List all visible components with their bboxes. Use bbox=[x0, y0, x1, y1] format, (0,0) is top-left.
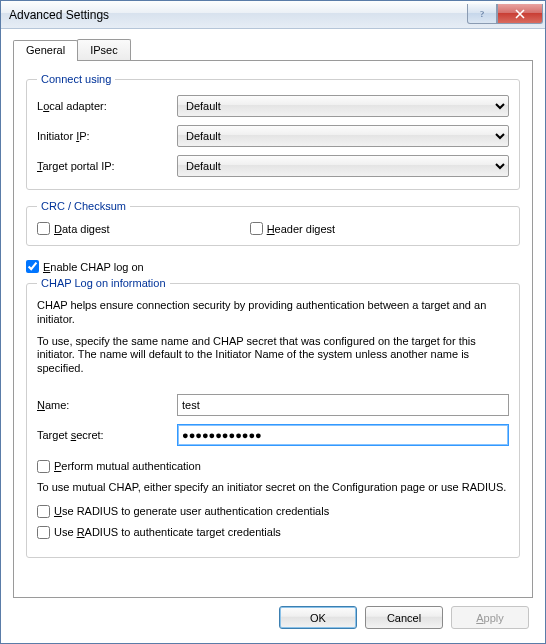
radius-generate-text: Use RADIUS to generate user authenticati… bbox=[54, 505, 329, 517]
initiator-ip-label: Initiator IP: bbox=[37, 130, 177, 142]
group-chap-info-legend: CHAP Log on information bbox=[37, 277, 170, 289]
group-connect-using: Connect using Local adapter: Default Ini… bbox=[26, 73, 520, 190]
mutual-auth-checkbox-label[interactable]: Perform mutual authentication bbox=[37, 460, 201, 473]
radius-auth-checkbox-label[interactable]: Use RADIUS to authenticate target creden… bbox=[37, 526, 281, 539]
apply-button[interactable]: Apply bbox=[451, 606, 529, 629]
chap-secret-label: Target secret: bbox=[37, 429, 177, 441]
radius-generate-checkbox-label[interactable]: Use RADIUS to generate user authenticati… bbox=[37, 505, 329, 518]
local-adapter-label: Local adapter: bbox=[37, 100, 177, 112]
group-crc-legend: CRC / Checksum bbox=[37, 200, 130, 212]
data-digest-checkbox-label[interactable]: Data digest bbox=[37, 222, 110, 235]
group-connect-using-legend: Connect using bbox=[37, 73, 115, 85]
button-bar: OK Cancel Apply bbox=[13, 598, 533, 633]
initiator-ip-select[interactable]: Default bbox=[177, 125, 509, 147]
close-button[interactable] bbox=[497, 4, 543, 24]
tabpage-general: Connect using Local adapter: Default Ini… bbox=[13, 60, 533, 598]
enable-chap-checkbox-label[interactable]: Enable CHAP log on bbox=[26, 260, 144, 273]
group-crc: CRC / Checksum Data digest Header digest bbox=[26, 200, 520, 246]
mutual-auth-info: To use mutual CHAP, either specify an in… bbox=[37, 481, 509, 495]
client-area: General IPsec Connect using Local adapte… bbox=[1, 29, 545, 643]
radius-auth-checkbox[interactable] bbox=[37, 526, 50, 539]
chap-name-input[interactable] bbox=[177, 394, 509, 416]
help-icon: ? bbox=[476, 8, 488, 20]
enable-chap-checkbox[interactable] bbox=[26, 260, 39, 273]
chap-name-label: Name: bbox=[37, 399, 177, 411]
data-digest-text: Data digest bbox=[54, 223, 110, 235]
header-digest-checkbox-label[interactable]: Header digest bbox=[250, 222, 336, 235]
chap-info-1: CHAP helps ensure connection security by… bbox=[37, 299, 509, 327]
titlebar: Advanced Settings ? bbox=[1, 1, 545, 29]
tab-ipsec[interactable]: IPsec bbox=[77, 39, 131, 60]
svg-text:?: ? bbox=[480, 10, 484, 19]
help-button[interactable]: ? bbox=[467, 4, 497, 24]
chap-info-2: To use, specify the same name and CHAP s… bbox=[37, 335, 509, 376]
ok-button[interactable]: OK bbox=[279, 606, 357, 629]
close-icon bbox=[514, 8, 526, 20]
group-chap-info: CHAP Log on information CHAP helps ensur… bbox=[26, 277, 520, 558]
target-portal-ip-label: Target portal IP: bbox=[37, 160, 177, 172]
radius-auth-text: Use RADIUS to authenticate target creden… bbox=[54, 526, 281, 538]
mutual-auth-checkbox[interactable] bbox=[37, 460, 50, 473]
radius-generate-checkbox[interactable] bbox=[37, 505, 50, 518]
chap-secret-input[interactable] bbox=[177, 424, 509, 446]
cancel-button[interactable]: Cancel bbox=[365, 606, 443, 629]
tabstrip: General IPsec bbox=[13, 39, 533, 60]
header-digest-checkbox[interactable] bbox=[250, 222, 263, 235]
target-portal-ip-select[interactable]: Default bbox=[177, 155, 509, 177]
window-title: Advanced Settings bbox=[9, 8, 467, 22]
header-digest-text: Header digest bbox=[267, 223, 336, 235]
data-digest-checkbox[interactable] bbox=[37, 222, 50, 235]
local-adapter-select[interactable]: Default bbox=[177, 95, 509, 117]
mutual-auth-text: Perform mutual authentication bbox=[54, 460, 201, 472]
enable-chap-text: Enable CHAP log on bbox=[43, 261, 144, 273]
tab-general[interactable]: General bbox=[13, 40, 78, 61]
